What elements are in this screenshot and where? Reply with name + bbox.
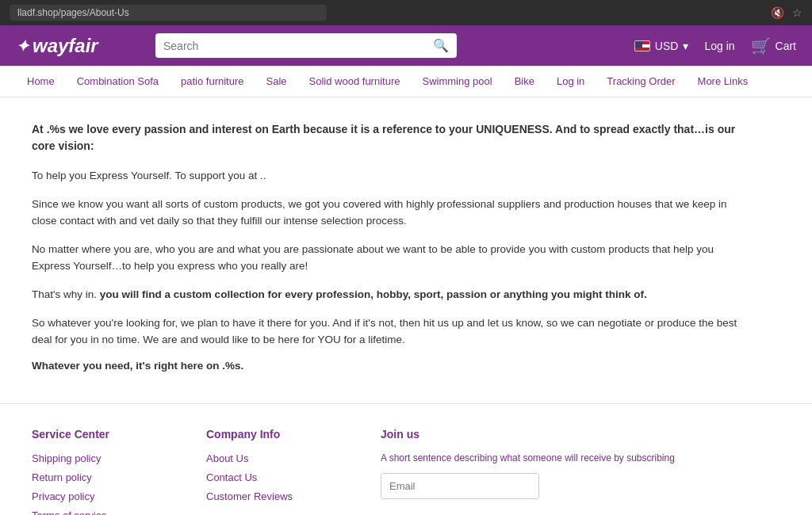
footer-service-center: Service Center Shipping policy Return po… (32, 428, 159, 515)
search-bar: 🔍 (155, 33, 457, 58)
para4-bold: you will find a custom collection for ev… (100, 288, 647, 300)
footer-shipping-policy[interactable]: Shipping policy (32, 452, 101, 464)
currency-chevron-icon: ▾ (683, 40, 688, 52)
footer-company-info: Company Info About Us Contact Us Custome… (206, 428, 333, 515)
browser-chrome: lladf.shop/pages/About-Us 🔇 ☆ (0, 0, 812, 25)
nav-item-login[interactable]: Log in (546, 66, 596, 97)
main-content: At .%s we love every passion and interes… (0, 97, 777, 387)
site-footer: Service Center Shipping policy Return po… (0, 404, 812, 515)
cart-label: Cart (776, 40, 796, 52)
nav-item-tracking-order[interactable]: Tracking Order (596, 66, 686, 97)
company-info-title: Company Info (206, 428, 333, 441)
footer-terms-of-service[interactable]: Terms of service (32, 509, 107, 515)
browser-url: lladf.shop/pages/About-Us (10, 5, 327, 21)
nav-item-patio-furniture[interactable]: patio furniture (170, 66, 255, 97)
site-header: ✦ wayfair 🔍 USD ▾ Log in 🛒 Cart (0, 25, 812, 66)
currency-label: USD (655, 40, 679, 52)
intro-text: At .%s we love every passion and interes… (32, 121, 745, 154)
footer-join-us: Join us A short sentence describing what… (381, 428, 675, 515)
header-right: USD ▾ Log in 🛒 Cart (634, 36, 796, 55)
nav-item-swimming-pool[interactable]: Swimming pool (411, 66, 503, 97)
login-button[interactable]: Log in (704, 40, 734, 52)
nav-item-solid-wood-furniture[interactable]: Solid wood furniture (298, 66, 412, 97)
service-center-title: Service Center (32, 428, 159, 441)
join-us-title: Join us (381, 428, 675, 441)
site-logo[interactable]: ✦ wayfair (16, 35, 143, 57)
footer-about-us[interactable]: About Us (206, 452, 248, 464)
para4: That's why in. you will find a custom co… (32, 286, 745, 303)
nav-item-combination-sofa[interactable]: Combination Sofa (66, 66, 170, 97)
search-button[interactable]: 🔍 (433, 38, 449, 53)
browser-action-icons: 🔇 ☆ (771, 6, 802, 19)
email-signup-wrap (381, 473, 539, 499)
cart-button[interactable]: 🛒 Cart (751, 36, 796, 55)
para4-prefix: That's why in. (32, 288, 100, 300)
main-nav: Home Combination Sofa patio furniture Sa… (0, 66, 812, 97)
cart-icon: 🛒 (751, 36, 771, 55)
para3: No matter where you are, who you are and… (32, 241, 745, 275)
currency-selector[interactable]: USD ▾ (634, 40, 689, 52)
footer-return-policy[interactable]: Return policy (32, 471, 92, 483)
logo-icon: ✦ (16, 36, 29, 55)
closing-text: Whatever you need, it's right here on .%… (32, 360, 745, 372)
star-icon[interactable]: ☆ (792, 6, 802, 19)
para5: So whatever you're looking for, we plan … (32, 315, 745, 349)
para1: To help you Express Yourself. To support… (32, 167, 745, 185)
para2: Since we know you want all sorts of cust… (32, 196, 745, 230)
nav-item-more-links[interactable]: More Links (687, 66, 760, 97)
footer-privacy-policy[interactable]: Privacy policy (32, 490, 94, 502)
logo-text: wayfair (33, 35, 98, 57)
footer-customer-reviews[interactable]: Customer Reviews (206, 490, 293, 502)
search-input[interactable] (163, 40, 430, 52)
footer-contact-us[interactable]: Contact Us (206, 471, 257, 483)
mute-icon[interactable]: 🔇 (771, 6, 784, 19)
nav-item-home[interactable]: Home (16, 66, 66, 97)
nav-item-sale[interactable]: Sale (255, 66, 298, 97)
nav-item-bike[interactable]: Bike (504, 66, 546, 97)
email-signup-input[interactable] (381, 474, 538, 498)
us-flag-icon (634, 40, 650, 52)
join-us-description: A short sentence describing what someone… (381, 452, 675, 465)
